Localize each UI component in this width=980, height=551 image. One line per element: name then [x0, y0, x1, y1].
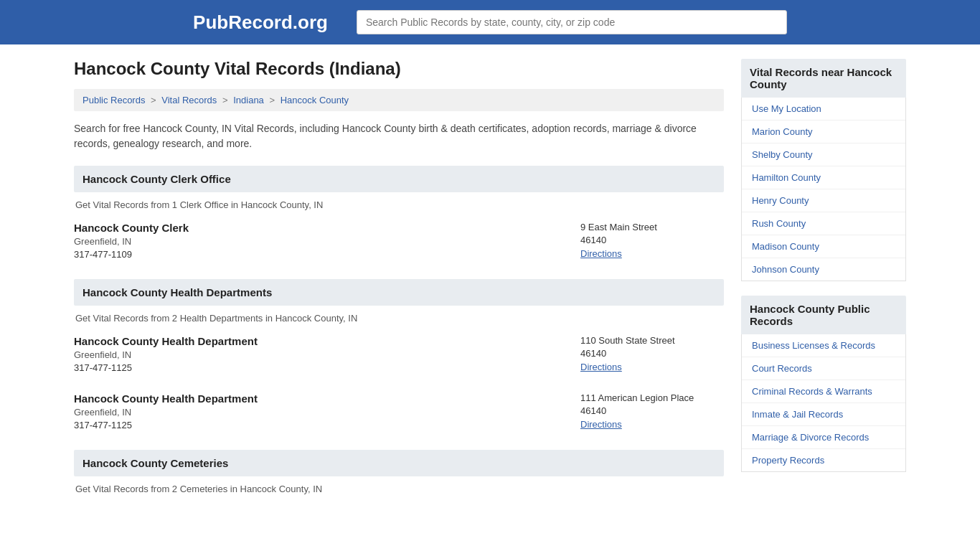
sidebar-use-location[interactable]: Use My Location	[742, 98, 905, 121]
record-name-health-2: Hancock County Health Department	[74, 392, 580, 405]
section-desc-cemeteries: Get Vital Records from 2 Cemeteries in H…	[74, 484, 724, 494]
sidebar-item-shelby[interactable]: Shelby County	[742, 143, 905, 166]
main-content: Hancock County Vital Records (Indiana) P…	[74, 59, 724, 506]
record-left-clerk: Hancock County Clerk Greenfield, IN 317-…	[74, 222, 580, 262]
sidebar-public-records-list: Business Licenses & Records Court Record…	[741, 334, 906, 472]
record-phone-clerk: 317-477-1109	[74, 249, 580, 260]
record-address-clerk: 9 East Main Street	[580, 222, 724, 232]
sidebar-item-inmate-records[interactable]: Inmate & Jail Records	[742, 403, 905, 426]
section-desc-health: Get Vital Records from 2 Health Departme…	[74, 313, 724, 324]
sidebar-item-johnson[interactable]: Johnson County	[742, 258, 905, 281]
section-header-cemeteries: Hancock County Cemeteries	[74, 450, 724, 476]
section-header-clerk: Hancock County Clerk Office	[74, 166, 724, 192]
sidebar-nearby-list: Use My Location Marion County Shelby Cou…	[741, 98, 906, 281]
breadcrumb-sep-1: >	[151, 95, 159, 105]
page-container: Hancock County Vital Records (Indiana) P…	[60, 44, 920, 520]
page-title: Hancock County Vital Records (Indiana)	[74, 59, 724, 79]
breadcrumb: Public Records > Vital Records > Indiana…	[74, 89, 724, 111]
sidebar-item-marriage-records[interactable]: Marriage & Divorce Records	[742, 426, 905, 449]
record-phone-health-2: 317-477-1125	[74, 420, 580, 430]
sidebar-item-henry[interactable]: Henry County	[742, 189, 905, 212]
sidebar-item-criminal-records[interactable]: Criminal Records & Warrants	[742, 380, 905, 403]
record-city-health-1: Greenfield, IN	[74, 349, 580, 360]
site-logo[interactable]: PubRecord.org	[193, 11, 328, 34]
section-header-health: Hancock County Health Departments	[74, 279, 724, 306]
page-description: Search for free Hancock County, IN Vital…	[74, 121, 724, 151]
record-left-health-1: Hancock County Health Department Greenfi…	[74, 335, 580, 375]
record-name-health-1: Hancock County Health Department	[74, 335, 580, 347]
directions-link-health-1[interactable]: Directions	[580, 362, 622, 372]
record-name-clerk: Hancock County Clerk	[74, 222, 580, 234]
breadcrumb-vital-records[interactable]: Vital Records	[161, 95, 217, 105]
breadcrumb-sep-3: >	[269, 95, 277, 105]
sidebar-item-hamilton[interactable]: Hamilton County	[742, 166, 905, 189]
search-input[interactable]	[357, 10, 787, 34]
record-right-health-1: 110 South State Street 46140 Directions	[580, 335, 724, 375]
section-desc-clerk: Get Vital Records from 1 Clerk Office in…	[74, 199, 724, 210]
record-address-health-1: 110 South State Street	[580, 335, 724, 346]
record-zip-health-1: 46140	[580, 348, 724, 359]
sidebar-public-records-title: Hancock County Public Records	[741, 296, 906, 334]
record-left-health-2: Hancock County Health Department Greenfi…	[74, 392, 580, 433]
sidebar-item-business-licenses[interactable]: Business Licenses & Records	[742, 334, 905, 357]
record-entry-clerk: Hancock County Clerk Greenfield, IN 317-…	[74, 222, 724, 265]
record-city-health-2: Greenfield, IN	[74, 407, 580, 418]
record-address-health-2: 111 American Legion Place	[580, 392, 724, 403]
sidebar-item-court-records[interactable]: Court Records	[742, 357, 905, 380]
breadcrumb-indiana[interactable]: Indiana	[233, 95, 264, 105]
directions-link-clerk[interactable]: Directions	[580, 248, 622, 259]
sidebar-item-madison[interactable]: Madison County	[742, 235, 905, 258]
record-right-health-2: 111 American Legion Place 46140 Directio…	[580, 392, 724, 433]
record-zip-health-2: 46140	[580, 405, 724, 416]
sidebar-item-marion[interactable]: Marion County	[742, 121, 905, 143]
breadcrumb-hancock-county[interactable]: Hancock County	[281, 95, 349, 105]
sidebar: Vital Records near Hancock County Use My…	[741, 59, 906, 506]
record-right-clerk: 9 East Main Street 46140 Directions	[580, 222, 724, 262]
record-entry-health-2: Hancock County Health Department Greenfi…	[74, 392, 724, 435]
record-phone-health-1: 317-477-1125	[74, 362, 580, 373]
breadcrumb-public-records[interactable]: Public Records	[83, 95, 145, 105]
record-entry-health-1: Hancock County Health Department Greenfi…	[74, 335, 724, 378]
sidebar-item-property-records[interactable]: Property Records	[742, 449, 905, 471]
breadcrumb-sep-2: >	[222, 95, 230, 105]
directions-link-health-2[interactable]: Directions	[580, 419, 622, 430]
sidebar-nearby-title: Vital Records near Hancock County	[741, 59, 906, 98]
sidebar-item-rush[interactable]: Rush County	[742, 212, 905, 235]
site-header: PubRecord.org	[0, 0, 980, 44]
record-city-clerk: Greenfield, IN	[74, 236, 580, 247]
record-zip-clerk: 46140	[580, 235, 724, 245]
